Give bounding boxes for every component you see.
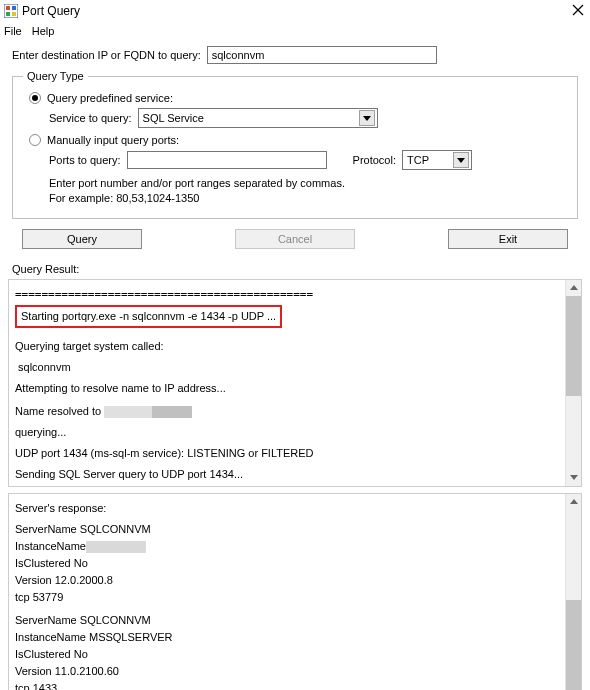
chevron-down-icon[interactable] <box>453 152 469 168</box>
manual-radio-row[interactable]: Manually input query ports: <box>29 134 567 146</box>
result-line: IsClustered No <box>15 555 561 572</box>
ports-hint: Enter port number and/or port ranges sep… <box>49 176 567 206</box>
redacted-block <box>86 541 146 553</box>
protocol-label: Protocol: <box>353 154 396 166</box>
svg-rect-3 <box>6 12 10 16</box>
result-line: Version 12.0.2000.8 <box>15 572 561 589</box>
scroll-thumb[interactable] <box>566 600 581 690</box>
service-select[interactable]: SQL Service <box>138 108 378 128</box>
result-line: tcp 1433 <box>15 680 561 690</box>
result-line: Version 11.0.2100.60 <box>15 663 561 680</box>
result-line: sqlconnvm <box>15 359 561 376</box>
titlebar: Port Query <box>0 0 590 22</box>
query-type-group: Query Type Query predefined service: Ser… <box>12 70 578 219</box>
query-type-legend: Query Type <box>23 70 88 82</box>
query-button[interactable]: Query <box>22 229 142 249</box>
menubar: File Help <box>0 22 590 40</box>
svg-rect-1 <box>6 6 10 10</box>
starting-highlight: Starting portqry.exe -n sqlconnvm -e 143… <box>15 305 282 328</box>
service-row: Service to query: SQL Service <box>49 108 567 128</box>
result-line: UDP port 1434 (ms-sql-m service): LISTEN… <box>15 445 561 462</box>
result-line: IsClustered No <box>15 646 561 663</box>
app-icon <box>4 4 18 18</box>
redacted-block <box>152 406 192 418</box>
result-line: Sending SQL Server query to UDP port 143… <box>15 466 561 483</box>
cancel-button: Cancel <box>235 229 355 249</box>
ports-hint-line2: For example: 80,53,1024-1350 <box>49 191 567 206</box>
svg-rect-4 <box>12 12 16 16</box>
instance-label: InstanceName <box>15 540 86 552</box>
result-line: querying... <box>15 424 561 441</box>
destination-row: Enter destination IP or FQDN to query: <box>12 46 578 64</box>
service-label: Service to query: <box>49 112 132 124</box>
scroll-up-icon[interactable] <box>566 494 581 510</box>
result-name-resolved: Name resolved to <box>15 403 561 420</box>
predefined-radio-row[interactable]: Query predefined service: <box>29 92 567 104</box>
menu-help[interactable]: Help <box>32 25 55 37</box>
starting-line: Starting portqry.exe -n sqlconnvm -e 143… <box>21 310 276 322</box>
ports-hint-line1: Enter port number and/or port ranges sep… <box>49 176 567 191</box>
result-line: Attempting to resolve name to IP address… <box>15 380 561 397</box>
ports-label: Ports to query: <box>49 154 121 166</box>
menu-file[interactable]: File <box>4 25 22 37</box>
destination-label: Enter destination IP or FQDN to query: <box>12 49 201 61</box>
window-title: Port Query <box>22 4 572 18</box>
exit-button[interactable]: Exit <box>448 229 568 249</box>
manual-label: Manually input query ports: <box>47 134 179 146</box>
svg-rect-2 <box>12 6 16 10</box>
query-result-pane-2: Server's response: ServerName SQLCONNVM … <box>8 493 582 690</box>
radio-manual-icon[interactable] <box>29 134 41 146</box>
button-row: Query Cancel Exit <box>12 225 578 255</box>
predefined-label: Query predefined service: <box>47 92 173 104</box>
destination-input[interactable] <box>207 46 437 64</box>
protocol-value: TCP <box>407 154 453 166</box>
ports-input[interactable] <box>127 151 327 169</box>
response-header: Server's response: <box>15 500 561 517</box>
scrollbar[interactable] <box>565 280 581 486</box>
protocol-select[interactable]: TCP <box>402 150 472 170</box>
redacted-block <box>104 406 152 418</box>
name-resolved-label: Name resolved to <box>15 405 104 417</box>
result-line: ServerName SQLCONNVM <box>15 612 561 629</box>
result-line: Querying target system called: <box>15 338 561 355</box>
scroll-thumb[interactable] <box>566 296 581 396</box>
scrollbar[interactable] <box>565 494 581 690</box>
scroll-up-icon[interactable] <box>566 280 581 296</box>
close-icon[interactable] <box>572 4 586 18</box>
result-divider: ========================================… <box>15 286 561 303</box>
instance-name-1: InstanceName <box>15 538 561 555</box>
service-value: SQL Service <box>143 112 359 124</box>
chevron-down-icon[interactable] <box>359 110 375 126</box>
result-line: InstanceName MSSQLSERVER <box>15 629 561 646</box>
result-line: tcp 53779 <box>15 589 561 606</box>
result-line: ServerName SQLCONNVM <box>15 521 561 538</box>
radio-predefined-icon[interactable] <box>29 92 41 104</box>
query-result-label: Query Result: <box>0 261 590 277</box>
ports-row: Ports to query: Protocol: TCP <box>49 150 567 170</box>
port-query-window: Port Query File Help Enter destination I… <box>0 0 590 690</box>
scroll-down-icon[interactable] <box>566 470 581 486</box>
query-result-pane-1: ========================================… <box>8 279 582 487</box>
